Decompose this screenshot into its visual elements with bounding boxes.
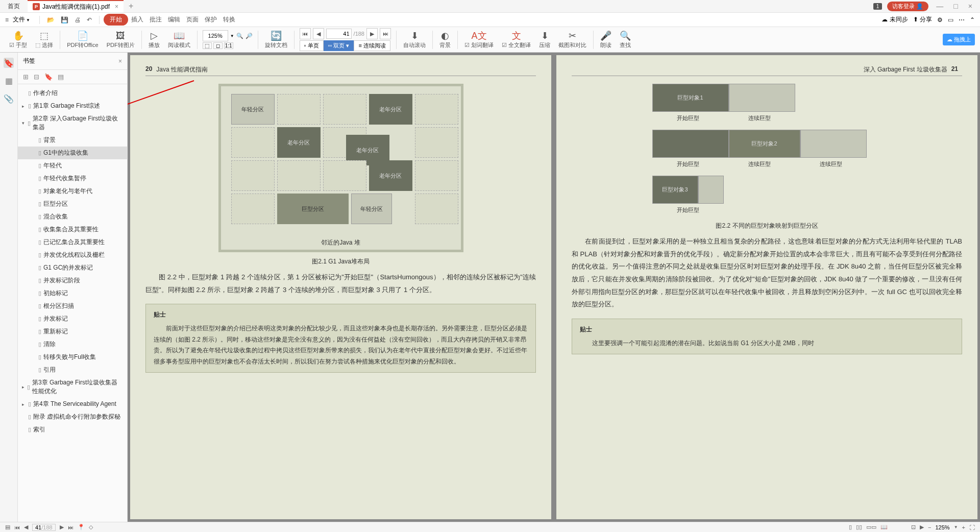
bookmark-item[interactable]: ▯作者介绍: [18, 87, 127, 100]
print-icon[interactable]: 🖨: [71, 16, 84, 23]
sb-next-icon[interactable]: ▶: [60, 524, 64, 530]
word-translate[interactable]: A文☑ 划词翻译: [460, 30, 498, 49]
bookmark-item[interactable]: ▯背景: [18, 134, 127, 147]
more-icon[interactable]: ⋯: [959, 16, 965, 23]
bookmark-item[interactable]: ▯转移失败与Full收集: [18, 351, 127, 364]
sidebar-toggle-icon[interactable]: ▤: [5, 524, 10, 530]
edit-tab[interactable]: 编辑: [165, 15, 183, 24]
next-page-icon[interactable]: ▶: [366, 28, 378, 39]
bookmark-item[interactable]: ▯并发标记阶段: [18, 274, 127, 287]
cloud-upload[interactable]: ☁ 拖拽上: [943, 34, 975, 45]
fit-width-icon[interactable]: ⬚: [203, 42, 212, 49]
bookmark-item[interactable]: ▯并发优化线程以及栅栏: [18, 249, 127, 261]
attachment-rail-icon[interactable]: 📎: [4, 93, 14, 104]
page-input[interactable]: [326, 29, 352, 39]
continuous-button[interactable]: ≡ 连续阅读: [354, 40, 390, 51]
page-tab[interactable]: 页面: [183, 15, 202, 24]
bookmark-item[interactable]: ▸▯第1章 Garbage First综述: [18, 100, 127, 112]
window-icon[interactable]: ▭: [948, 16, 953, 23]
sb-page-input[interactable]: 41/188: [32, 524, 56, 531]
actual-size-icon[interactable]: 1:1: [224, 42, 233, 49]
insert-tab[interactable]: 插入: [128, 15, 146, 24]
pdf-to-image[interactable]: 🖼PDF转图片: [103, 30, 139, 49]
home-tab[interactable]: 首页: [0, 0, 28, 12]
bookmark-item[interactable]: ▾▯第2章 深入Garbage First垃圾收集器: [18, 112, 127, 134]
bookmark-item[interactable]: ▯年轻代: [18, 159, 127, 172]
bookmark-item[interactable]: ▯收集集合及其重要性: [18, 223, 127, 236]
bookmark-item[interactable]: ▯重新标记: [18, 325, 127, 338]
presentation-icon[interactable]: ▶: [920, 524, 924, 530]
file-menu[interactable]: 文件▼: [13, 15, 30, 24]
full-translate[interactable]: 文☑ 全文翻译: [498, 30, 535, 49]
sb-first-icon[interactable]: ⏮: [14, 524, 20, 530]
bookmark-item[interactable]: ▯引用: [18, 364, 127, 376]
zoom-in-icon[interactable]: 🔎: [246, 33, 253, 39]
zoom-out-sb-icon[interactable]: −: [928, 524, 931, 530]
sb-bookmark-icon[interactable]: ◇: [89, 524, 93, 530]
crop-compare[interactable]: ✂截图和对比: [554, 30, 591, 49]
view-continuous-icon[interactable]: ▯▯: [856, 524, 862, 530]
sync-status[interactable]: ☁ 未同步: [881, 15, 908, 24]
bookmark-rail-icon[interactable]: 🔖: [4, 58, 14, 68]
protect-tab[interactable]: 保护: [202, 15, 220, 24]
rotate-button[interactable]: 🔄旋转文档: [261, 30, 291, 49]
add-tab-button[interactable]: +: [124, 2, 138, 11]
bookmark-item[interactable]: ▸▯第3章 Garbage First垃圾收集器性能优化: [18, 376, 127, 398]
expand-all-icon[interactable]: ⊞: [23, 73, 29, 81]
annotate-tab[interactable]: 批注: [146, 15, 165, 24]
view-double-icon[interactable]: ▭▭: [866, 524, 876, 530]
sb-prev-icon[interactable]: ◀: [24, 524, 28, 530]
hamburger-icon[interactable]: ≡: [5, 16, 9, 23]
thumbnail-rail-icon[interactable]: ▦: [4, 76, 14, 86]
background-button[interactable]: ◐背景: [435, 30, 455, 49]
close-panel-icon[interactable]: ×: [118, 58, 122, 65]
bookmark-item[interactable]: ▯索引: [18, 423, 127, 436]
view-single-icon[interactable]: ▯: [849, 524, 852, 530]
file-tab[interactable]: P Java性能调优指南(1).pdf ×: [28, 0, 124, 12]
bookmark-item[interactable]: ▸▯第4章 The Serviceability Agent: [18, 398, 127, 410]
fit-page-icon[interactable]: ◻: [213, 42, 223, 49]
bookmark-item[interactable]: ▯清除: [18, 338, 127, 351]
open-icon[interactable]: 📂: [44, 16, 58, 23]
bookmark-item[interactable]: ▯根分区扫描: [18, 300, 127, 312]
maximize-icon[interactable]: □: [951, 2, 960, 10]
compress-button[interactable]: ⬇压缩: [535, 30, 554, 49]
add-bookmark-icon[interactable]: 🔖: [44, 73, 53, 81]
zoom-dropdown-icon[interactable]: ▼: [954, 525, 958, 529]
find-button[interactable]: 🔍查找: [616, 30, 635, 49]
minimize-icon[interactable]: —: [934, 2, 946, 10]
bookmark-settings-icon[interactable]: ▤: [58, 73, 64, 81]
bookmark-item[interactable]: ▯并发标记: [18, 312, 127, 325]
bookmark-item[interactable]: ▯初始标记: [18, 287, 127, 300]
bookmark-item[interactable]: ▯G1中的垃圾收集: [18, 147, 127, 159]
convert-tab[interactable]: 转换: [220, 15, 238, 24]
fit-icon[interactable]: ⊡: [911, 524, 916, 530]
dropdown-icon[interactable]: ▼: [230, 34, 234, 38]
sb-marker-icon[interactable]: 📍: [78, 524, 85, 530]
sb-last-icon[interactable]: ⏭: [68, 524, 74, 530]
close-tab-icon[interactable]: ×: [115, 3, 118, 10]
last-page-icon[interactable]: ⏭: [380, 28, 391, 39]
zoom-in-sb-icon[interactable]: +: [962, 524, 965, 530]
start-tab[interactable]: 开始: [104, 14, 128, 26]
bookmark-item[interactable]: ▯对象老化与老年代: [18, 185, 127, 198]
fullscreen-icon[interactable]: ⛶: [969, 524, 975, 530]
hand-tool[interactable]: ✋☑ 手型: [5, 30, 31, 49]
read-aloud[interactable]: 🎤朗读: [596, 30, 616, 49]
bookmark-item[interactable]: ▯已记忆集合及其重要性: [18, 236, 127, 249]
pdf-to-office[interactable]: 📄PDF转Office: [63, 30, 103, 49]
close-window-icon[interactable]: ×: [966, 2, 975, 10]
view-book-icon[interactable]: 📖: [880, 524, 888, 530]
auto-scroll[interactable]: ⬇自动滚动: [399, 30, 430, 49]
login-button[interactable]: 访客登录👤: [887, 2, 928, 11]
prev-page-icon[interactable]: ◀: [313, 28, 324, 39]
select-tool[interactable]: ⬚⬚ 选择: [31, 30, 57, 49]
bookmark-item[interactable]: ▯巨型分区: [18, 198, 127, 210]
read-mode[interactable]: 📖阅读模式: [164, 30, 194, 49]
zoom-out-icon[interactable]: 🔍: [236, 33, 243, 39]
gear-icon[interactable]: ⚙: [937, 16, 943, 23]
first-page-icon[interactable]: ⏮: [300, 28, 311, 39]
bookmark-item[interactable]: ▯年轻代收集暂停: [18, 172, 127, 185]
play-button[interactable]: ▷播放: [144, 30, 164, 49]
bookmark-item[interactable]: ▯混合收集: [18, 210, 127, 223]
